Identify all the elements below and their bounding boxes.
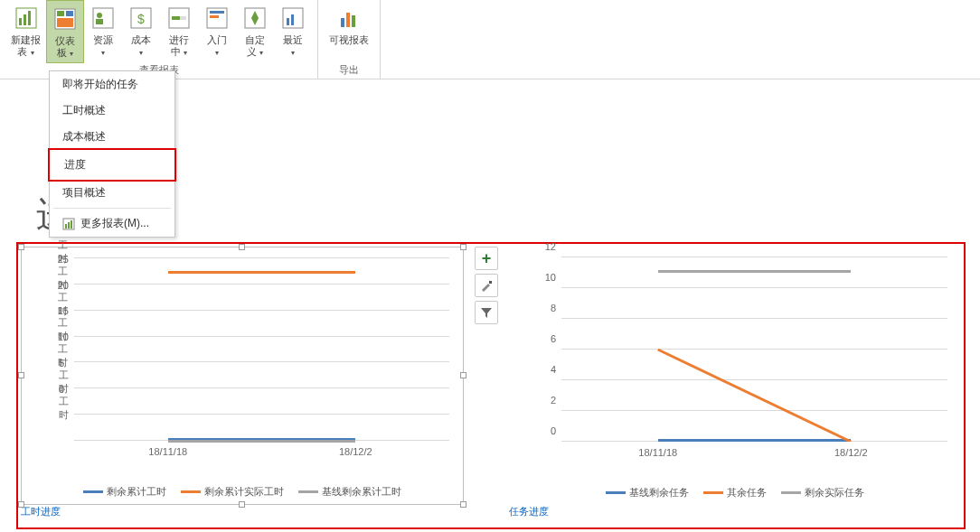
ribbon-group-view: 新建报表 ▾ 仪表板 ▾ 资源▾ $ 成本▾ 进行中 ▾ 入门▾	[0, 0, 318, 79]
new-report-label: 新建报表 ▾	[11, 34, 41, 58]
recent-icon	[280, 4, 306, 33]
svg-rect-25	[352, 15, 355, 27]
dropdown-upcoming-tasks[interactable]: 即将开始的任务	[50, 71, 174, 79]
svg-text:$: $	[137, 12, 145, 26]
svg-rect-8	[93, 8, 113, 28]
svg-rect-2	[24, 14, 26, 25]
custom-label: 自定义 ▾	[245, 34, 265, 58]
svg-rect-1	[19, 18, 22, 25]
resource-icon	[90, 4, 116, 33]
svg-rect-23	[341, 18, 344, 27]
ribbon-group-export: 可视报表 导出	[318, 0, 381, 79]
svg-rect-18	[210, 15, 219, 18]
inprogress-button[interactable]: 进行中 ▾	[160, 0, 198, 63]
svg-rect-24	[346, 13, 350, 27]
gettingstarted-button[interactable]: 入门▾	[198, 0, 236, 63]
cost-icon: $	[128, 4, 154, 33]
svg-rect-22	[291, 14, 294, 25]
recent-button[interactable]: 最近▾	[274, 0, 312, 63]
dashboard-icon	[52, 5, 78, 33]
new-report-button[interactable]: 新建报表 ▾	[5, 0, 46, 63]
cost-label: 成本▾	[131, 34, 151, 58]
svg-rect-15	[172, 16, 180, 20]
inprogress-label: 进行中 ▾	[169, 34, 189, 58]
custom-icon	[242, 4, 268, 33]
gettingstarted-label: 入门▾	[207, 34, 227, 58]
svg-rect-3	[28, 11, 31, 25]
svg-rect-21	[287, 18, 289, 25]
dashboard-label: 仪表板 ▾	[55, 35, 75, 59]
svg-rect-5	[57, 11, 64, 16]
resource-button[interactable]: 资源▾	[84, 0, 122, 63]
svg-rect-7	[57, 18, 73, 27]
new-report-icon	[14, 4, 39, 33]
custom-button[interactable]: 自定义 ▾	[236, 0, 274, 63]
svg-rect-17	[210, 11, 224, 14]
dashboard-button[interactable]: 仪表板 ▾	[46, 0, 84, 63]
ribbon: 新建报表 ▾ 仪表板 ▾ 资源▾ $ 成本▾ 进行中 ▾ 入门▾	[0, 0, 980, 79]
cost-button[interactable]: $ 成本▾	[122, 0, 160, 63]
gettingstarted-icon	[204, 4, 230, 33]
dashboard-dropdown: 即将开始的任务 工时概述 成本概述 进度 项目概述 更多报表(M)...	[49, 70, 175, 79]
visual-reports-label: 可视报表	[329, 34, 369, 46]
visual-reports-icon	[336, 4, 362, 33]
svg-point-9	[97, 13, 102, 18]
svg-rect-10	[96, 19, 103, 24]
svg-rect-6	[66, 11, 73, 16]
visual-reports-button[interactable]: 可视报表	[324, 0, 374, 63]
resource-label: 资源▾	[93, 34, 113, 58]
recent-label: 最近▾	[283, 34, 303, 58]
inprogress-icon	[166, 4, 192, 33]
group-label-export: 导出	[339, 63, 359, 79]
